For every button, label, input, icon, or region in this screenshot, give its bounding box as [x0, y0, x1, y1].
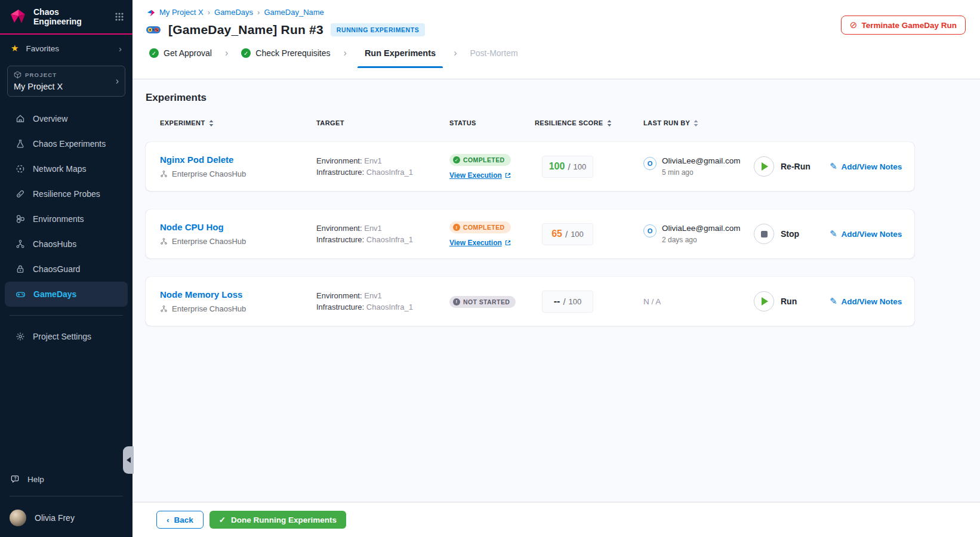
environment-value: Env1	[364, 156, 382, 165]
sidebar-item-environments[interactable]: Environments	[5, 206, 128, 232]
terminate-label: Terminate GameDay Run	[861, 21, 957, 30]
svg-text:?: ?	[14, 476, 16, 480]
step-get-approval[interactable]: ✓ Get Approval	[147, 39, 214, 67]
footer-bar: ‹ Back ✓ Done Running Experiments	[132, 502, 980, 537]
last-run-na: N / A	[643, 297, 661, 306]
sidebar-header: Chaos Engineering	[0, 0, 132, 35]
add-view-notes-link[interactable]: ✎ Add/View Notes	[830, 296, 914, 307]
step-post-mortem[interactable]: Post-Mortem	[467, 39, 520, 67]
column-header-experiment[interactable]: EXPERIMENT	[160, 119, 316, 126]
gamepad-color-icon	[146, 24, 161, 36]
last-run-email: OliviaLee@gmail.com	[662, 224, 741, 233]
view-execution-link[interactable]: View Execution	[449, 171, 535, 180]
experiment-row-node-memory-loss: Node Memory Loss Enterprise ChaosHub Env…	[146, 277, 914, 326]
status-badge: ! NOT STARTED	[449, 296, 516, 308]
terminate-gameday-run-button[interactable]: ⊘ Terminate GameDay Run	[841, 16, 966, 35]
breadcrumb-link-gameday-name[interactable]: GameDay_Name	[264, 8, 323, 17]
check-icon: ✓	[219, 515, 226, 524]
environment-value: Env1	[364, 291, 382, 300]
stop-icon[interactable]	[754, 224, 774, 244]
column-header-target: TARGET	[316, 119, 449, 126]
step-run-experiments[interactable]: Run Experiments	[358, 39, 443, 67]
user-name: Olivia Frey	[35, 513, 75, 523]
section-title: Experiments	[146, 92, 914, 104]
info-circle-icon: !	[453, 298, 460, 305]
home-icon	[16, 114, 25, 124]
environment-value: Env1	[364, 224, 382, 233]
resilience-score: 100 / 100	[542, 156, 593, 178]
help-chat-icon: ?	[11, 474, 20, 484]
sidebar-item-gamedays[interactable]: GameDays	[5, 282, 128, 307]
environments-icon	[16, 214, 25, 224]
run-button[interactable]: Run	[754, 291, 830, 311]
view-execution-link[interactable]: View Execution	[449, 239, 535, 247]
sort-icon	[209, 120, 214, 126]
chaoshub-icon	[160, 305, 168, 313]
molecule-icon	[16, 239, 25, 249]
lock-icon	[16, 264, 25, 274]
stop-button[interactable]: Stop	[754, 224, 830, 244]
experiment-name-link[interactable]: Node CPU Hog	[160, 222, 316, 232]
pencil-icon: ✎	[830, 296, 837, 307]
project-selector[interactable]: PROJECT My Project X ›	[7, 66, 125, 97]
sidebar-item-favorites[interactable]: ★ Favorites ›	[0, 35, 132, 60]
chaoshub-icon	[160, 170, 168, 178]
column-header-resilience-score[interactable]: RESILIENCE SCORE	[535, 119, 643, 126]
breadcrumb: My Project X › GameDays › GameDay_Name	[132, 0, 980, 17]
step-label: Get Approval	[164, 48, 212, 58]
infrastructure-label: Infrastructure:	[316, 235, 364, 244]
nav-label: ChaosHubs	[33, 239, 76, 249]
flask-icon	[16, 139, 25, 149]
sidebar-item-overview[interactable]: Overview	[5, 106, 128, 131]
app-title: Chaos Engineering	[33, 7, 85, 26]
sidebar-divider	[10, 496, 123, 496]
resilience-score: 65 / 100	[542, 223, 593, 245]
breadcrumb-link-project[interactable]: My Project X	[159, 8, 204, 17]
step-check-prerequisites[interactable]: ✓ Check Prerequisites	[239, 39, 332, 67]
experiment-name-link[interactable]: Nginx Pod Delete	[160, 155, 316, 165]
sidebar-item-network-maps[interactable]: Network Maps	[5, 156, 128, 181]
status-badge: ! COMPLETED	[449, 221, 511, 233]
nav-label: Overview	[33, 114, 67, 124]
sidebar-item-resilience-probes[interactable]: Resilience Probes	[5, 181, 128, 206]
play-icon[interactable]	[754, 156, 774, 177]
last-run-by: O OliviaLee@gmail.com 5 min ago	[643, 156, 754, 177]
nav-label: Resilience Probes	[33, 189, 100, 199]
page-header: My Project X › GameDays › GameDay_Name […	[132, 0, 980, 79]
step-label: Run Experiments	[365, 48, 436, 58]
nav-label: Project Settings	[33, 332, 91, 341]
add-view-notes-link[interactable]: ✎ Add/View Notes	[830, 229, 914, 239]
cube-icon	[14, 71, 21, 79]
chevron-right-icon: ›	[116, 76, 119, 87]
infrastructure-label: Infrastructure:	[316, 168, 364, 177]
sort-icon	[694, 120, 698, 126]
play-icon[interactable]	[754, 291, 774, 311]
user-initial-avatar: O	[643, 157, 657, 170]
resilience-score: -- / 100	[542, 291, 593, 313]
infrastructure-value: ChaosInfra_1	[366, 168, 413, 177]
app-switcher-grid-icon[interactable]	[115, 12, 124, 21]
breadcrumb-link-gamedays[interactable]: GameDays	[214, 8, 253, 17]
user-avatar	[10, 510, 26, 526]
column-header-last-run-by[interactable]: LAST RUN BY	[643, 119, 754, 126]
environment-label: Environment:	[316, 291, 362, 300]
nav-label: Chaos Experiments	[33, 139, 106, 149]
sidebar-item-chaoshubs[interactable]: ChaosHubs	[5, 232, 128, 257]
sidebar-item-chaosguard[interactable]: ChaosGuard	[5, 257, 128, 282]
back-button[interactable]: ‹ Back	[156, 511, 204, 529]
sidebar-item-chaos-experiments[interactable]: Chaos Experiments	[5, 131, 128, 156]
add-view-notes-link[interactable]: ✎ Add/View Notes	[830, 161, 914, 172]
rerun-button[interactable]: Re-Run	[754, 156, 830, 177]
chevron-right-icon: ›	[119, 44, 122, 54]
environment-label: Environment:	[316, 224, 362, 233]
experiment-name-link[interactable]: Node Memory Loss	[160, 289, 316, 300]
sidebar-item-project-settings[interactable]: Project Settings	[5, 324, 128, 349]
chevron-left-icon: ‹	[167, 516, 170, 524]
infrastructure-value: ChaosInfra_1	[366, 303, 413, 311]
sidebar-collapse-handle[interactable]	[123, 446, 134, 474]
sidebar-item-help[interactable]: ? Help	[0, 467, 132, 491]
done-running-experiments-button[interactable]: ✓ Done Running Experiments	[209, 511, 346, 529]
chevron-right-icon: ›	[257, 8, 260, 17]
step-label: Check Prerequisites	[255, 48, 330, 58]
user-profile[interactable]: Olivia Frey	[0, 501, 132, 537]
